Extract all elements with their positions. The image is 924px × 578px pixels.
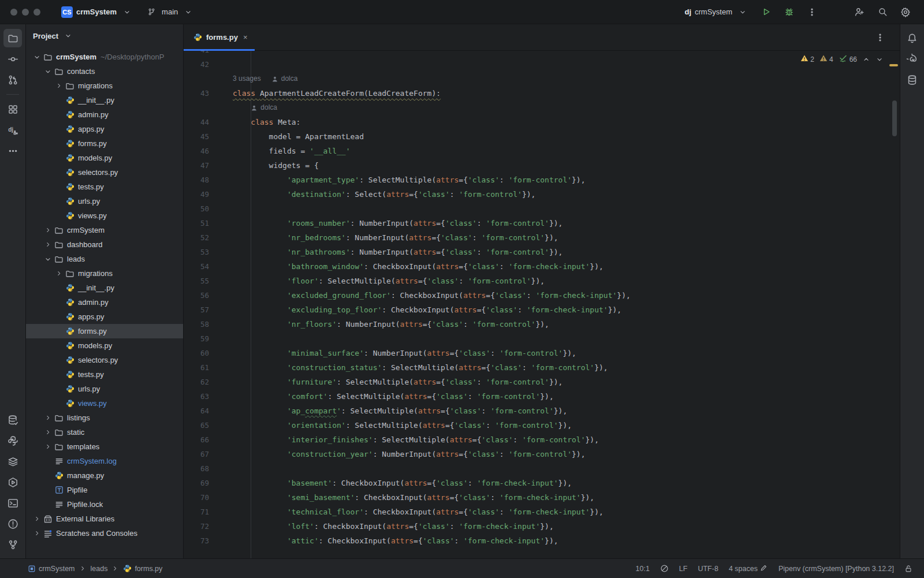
run-button[interactable] xyxy=(759,5,773,19)
chevron-down-icon[interactable] xyxy=(32,53,42,61)
line-number[interactable]: 62 xyxy=(184,375,209,389)
line-number[interactable]: 53 xyxy=(184,245,209,259)
tree-item-dashboard[interactable]: dashboard xyxy=(26,237,183,252)
author-hint[interactable]: dolca xyxy=(260,100,277,115)
more-horizontal-tool-button[interactable] xyxy=(3,141,22,160)
line-number[interactable]: 63 xyxy=(184,389,209,404)
tree-item-views-py[interactable]: views.py xyxy=(26,396,183,411)
chevron-right-icon[interactable] xyxy=(43,226,53,234)
tree-item-models-py[interactable]: models.py xyxy=(26,151,183,165)
minimize-window-icon[interactable] xyxy=(22,9,29,16)
tree-item-forms-py[interactable]: forms.py xyxy=(26,324,183,338)
chevron-right-icon[interactable] xyxy=(43,428,53,436)
line-number[interactable]: 41 xyxy=(184,51,209,57)
chevron-right-icon[interactable] xyxy=(32,515,42,523)
chevron-right-icon[interactable] xyxy=(43,414,53,422)
line-number[interactable]: 73 xyxy=(184,534,209,548)
tree-item-selectors-py[interactable]: selectors.py xyxy=(26,165,183,180)
chevron-right-icon[interactable] xyxy=(43,443,53,450)
tree-item-static[interactable]: static xyxy=(26,425,183,439)
editor-options-icon[interactable] xyxy=(873,31,887,44)
line-number[interactable]: 68 xyxy=(184,461,209,476)
tree-item-forms-py[interactable]: forms.py xyxy=(26,136,183,151)
python-console-tool-button[interactable] xyxy=(3,431,22,450)
line-number[interactable]: 57 xyxy=(184,303,209,317)
line-number[interactable]: 65 xyxy=(184,418,209,432)
tree-item-external-libraries[interactable]: External Libraries xyxy=(26,512,183,526)
line-number[interactable]: 66 xyxy=(184,432,209,447)
git-tool-button[interactable] xyxy=(3,535,22,554)
ai-assistant-tool-button[interactable] xyxy=(903,50,922,68)
commit-tool-button[interactable] xyxy=(3,50,22,68)
line-number[interactable]: 61 xyxy=(184,360,209,375)
tree-item-manage-py[interactable]: manage.py xyxy=(26,468,183,483)
indent-widget[interactable]: 4 spaces xyxy=(729,564,768,573)
tree-item-tests-py[interactable]: tests.py xyxy=(26,180,183,194)
tree-item-templates[interactable]: templates xyxy=(26,439,183,454)
tree-item-urls-py[interactable]: urls.py xyxy=(26,194,183,208)
prev-problem-button[interactable] xyxy=(862,55,870,64)
editor-scrollbar[interactable] xyxy=(892,100,897,136)
breadcrumb-item-leads[interactable]: leads xyxy=(91,565,108,573)
line-number[interactable]: 46 xyxy=(184,144,209,158)
tree-item-crmsystem-log[interactable]: crmSystem.log xyxy=(26,454,183,468)
tree-item-views-py[interactable]: views.py xyxy=(26,208,183,223)
tree-item--init-py[interactable]: __init__.py xyxy=(26,281,183,295)
chevron-down-icon[interactable] xyxy=(43,255,53,263)
project-folder-tool-button[interactable] xyxy=(3,29,22,47)
line-number[interactable]: 52 xyxy=(184,230,209,245)
code-editor[interactable]: 41423 usagesdolca43class ApartmentLeadCr… xyxy=(184,51,900,558)
notifications-bell-tool-button[interactable] xyxy=(903,29,922,47)
search-everywhere-button[interactable] xyxy=(875,5,889,19)
line-separator-widget[interactable]: LF xyxy=(679,565,688,573)
line-number[interactable]: 67 xyxy=(184,447,209,461)
line-number[interactable]: 59 xyxy=(184,331,209,346)
highlighting-level-icon[interactable] xyxy=(660,564,669,573)
tree-item--init-py[interactable]: __init__.py xyxy=(26,93,183,107)
line-number[interactable]: 44 xyxy=(184,115,209,129)
line-number[interactable]: 71 xyxy=(184,505,209,519)
tree-item-crmsystem[interactable]: crmSystem~/Desktop/pythonP xyxy=(26,50,183,64)
chevron-right-icon[interactable] xyxy=(54,82,64,90)
terminal-tool-button[interactable] xyxy=(3,494,22,512)
tree-item-admin-py[interactable]: admin.py xyxy=(26,295,183,309)
chevron-right-icon[interactable] xyxy=(54,270,64,277)
chevron-down-icon[interactable] xyxy=(43,68,53,76)
database-tool-button[interactable] xyxy=(903,70,922,89)
tree-item-pipfile-lock[interactable]: Pipfile.lock xyxy=(26,497,183,512)
debug-button[interactable] xyxy=(782,5,796,19)
django-structure-tool-button[interactable]: dj xyxy=(3,121,22,139)
structure-tool-button[interactable] xyxy=(3,100,22,118)
close-window-icon[interactable] xyxy=(10,9,17,16)
line-number[interactable]: 70 xyxy=(184,490,209,505)
line-number[interactable]: 43 xyxy=(184,86,209,100)
line-number[interactable]: 51 xyxy=(184,216,209,230)
tree-item-admin-py[interactable]: admin.py xyxy=(26,107,183,122)
author-hint[interactable]: dolca xyxy=(281,72,298,86)
project-widget[interactable]: CS crmSystem xyxy=(61,5,134,19)
line-number[interactable]: 69 xyxy=(184,476,209,490)
tree-item-apps-py[interactable]: apps.py xyxy=(26,309,183,324)
tree-item-models-py[interactable]: models.py xyxy=(26,338,183,353)
line-number[interactable]: 58 xyxy=(184,317,209,331)
line-number[interactable]: 55 xyxy=(184,274,209,288)
breadcrumb-item-forms-py[interactable]: forms.py xyxy=(123,564,162,573)
tree-item-tests-py[interactable]: tests.py xyxy=(26,367,183,382)
tree-item-pipfile[interactable]: Pipfile xyxy=(26,483,183,497)
line-number[interactable]: 50 xyxy=(184,202,209,216)
interpreter-widget[interactable]: Pipenv (crmSystem) [Python 3.12.2] xyxy=(778,565,894,573)
tree-item-listings[interactable]: listings xyxy=(26,411,183,425)
more-run-options-button[interactable] xyxy=(805,5,819,19)
tree-item-selectors-py[interactable]: selectors.py xyxy=(26,353,183,367)
services-tool-button[interactable] xyxy=(3,473,22,491)
line-number[interactable]: 47 xyxy=(184,158,209,173)
inspections-widget[interactable]: 2 4 66 xyxy=(800,54,884,65)
lock-icon[interactable] xyxy=(904,565,912,573)
line-number[interactable]: 54 xyxy=(184,259,209,274)
tree-item-migrations[interactable]: migrations xyxy=(26,266,183,281)
next-problem-button[interactable] xyxy=(875,55,884,64)
line-number[interactable]: 45 xyxy=(184,129,209,144)
code-with-me-button[interactable] xyxy=(852,5,866,19)
settings-button[interactable] xyxy=(899,5,912,19)
encoding-widget[interactable]: UTF-8 xyxy=(698,565,718,573)
